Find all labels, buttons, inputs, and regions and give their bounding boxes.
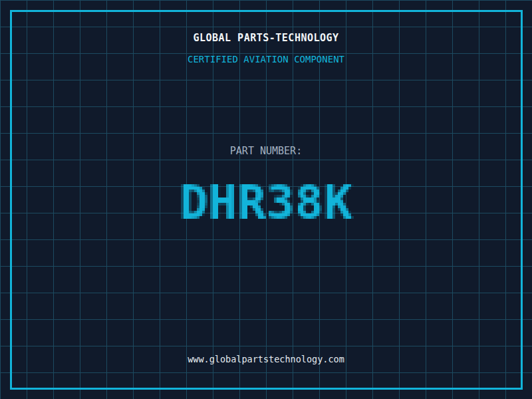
company-title: GLOBAL PARTS-TECHNOLOGY bbox=[0, 33, 532, 43]
part-number-label: PART NUMBER: bbox=[0, 146, 532, 156]
certification-subtitle: CERTIFIED AVIATION COMPONENT bbox=[0, 55, 532, 64]
part-number-display bbox=[173, 174, 359, 227]
website-url: www.globalpartstechnology.com bbox=[0, 354, 532, 364]
certificate-page: GLOBAL PARTS-TECHNOLOGY CERTIFIED AVIATI… bbox=[0, 0, 532, 399]
